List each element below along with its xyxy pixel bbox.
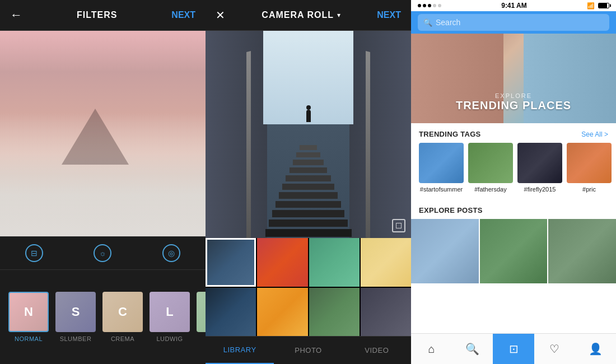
wifi-icon: 📶 bbox=[587, 2, 595, 10]
filter-letter-normal: N bbox=[24, 305, 33, 319]
stairs-container bbox=[265, 145, 351, 238]
stair-step bbox=[300, 145, 317, 150]
filter-item-slumber[interactable]: S SLUMBER bbox=[55, 292, 96, 342]
grid-cell-1[interactable] bbox=[206, 238, 256, 287]
search-placeholder-text: Search bbox=[436, 18, 460, 27]
filter-item-aden[interactable]: A ADEN bbox=[197, 292, 206, 342]
expand-inner-box bbox=[396, 223, 402, 228]
chevron-down-icon: ▾ bbox=[337, 11, 340, 19]
search-nav-icon: 🔍 bbox=[465, 342, 479, 356]
status-time: 9:41 AM bbox=[501, 2, 527, 10]
tab-library[interactable]: LIBRARY bbox=[206, 337, 274, 364]
explore-panel: 9:41 AM 📶 🔍 Search EXPLORE TRENDING PLAC… bbox=[411, 0, 616, 364]
stair-step bbox=[296, 152, 320, 157]
tag-label-4: #pric bbox=[582, 186, 596, 193]
filter-thumb-normal: N bbox=[8, 292, 49, 332]
nav-home[interactable]: ⌂ bbox=[411, 334, 452, 364]
stair-step bbox=[272, 210, 344, 217]
nav-profile[interactable]: 👤 bbox=[575, 334, 616, 364]
grid-cell-7[interactable] bbox=[309, 288, 360, 337]
railing-left bbox=[246, 51, 251, 238]
tag-item-3[interactable]: #firefly2015 bbox=[517, 143, 562, 193]
lux-tool-button[interactable]: ◎ bbox=[162, 244, 180, 262]
filter-item-ludwig[interactable]: L LUDWIG bbox=[150, 292, 190, 342]
hero-banner[interactable]: EXPLORE TRENDING PLACES bbox=[411, 34, 616, 123]
nav-camera[interactable]: ⊡ bbox=[493, 334, 534, 364]
tab-video[interactable]: VIDEO bbox=[343, 337, 411, 364]
tag-item-1[interactable]: #startofsummer bbox=[419, 143, 464, 193]
home-icon: ⌂ bbox=[428, 343, 435, 356]
grid-cell-6[interactable] bbox=[257, 288, 307, 337]
battery-fill bbox=[599, 3, 607, 8]
grid-cell-5[interactable] bbox=[206, 288, 256, 337]
status-battery-area: 📶 bbox=[587, 2, 609, 10]
adjust-tool-button[interactable]: ⊟ bbox=[25, 244, 43, 262]
grid-cell-3[interactable] bbox=[309, 238, 360, 287]
tag-label-3: #firefly2015 bbox=[524, 186, 556, 193]
tag-thumb-4 bbox=[567, 143, 612, 183]
camera-roll-next-button[interactable]: NEXT bbox=[377, 10, 401, 20]
signal-dot-4 bbox=[433, 4, 436, 7]
filter-thumb-aden: A bbox=[197, 292, 206, 332]
nav-search[interactable]: 🔍 bbox=[452, 334, 493, 364]
explore-posts-grid bbox=[411, 219, 616, 284]
filter-strip: N NORMAL S SLUMBER C CREMA L LUDWIG A bbox=[0, 270, 206, 364]
grid-cell-8[interactable] bbox=[361, 288, 411, 337]
tab-photo[interactable]: PHOTO bbox=[274, 337, 342, 364]
explore-content: EXPLORE TRENDING PLACES TRENDING TAGS Se… bbox=[411, 34, 616, 333]
filter-thumb-crema: C bbox=[102, 292, 143, 332]
bottom-tabs: LIBRARY PHOTO VIDEO bbox=[206, 336, 411, 364]
railing-right bbox=[366, 51, 370, 238]
close-button[interactable]: ✕ bbox=[216, 8, 225, 22]
tag-label-2: #fathersday bbox=[474, 186, 506, 193]
camera-roll-panel: ✕ CAMERA ROLL ▾ NEXT bbox=[206, 0, 411, 364]
filter-thumb-ludwig: L bbox=[150, 292, 190, 332]
photo-thumbnail-grid bbox=[206, 238, 411, 336]
filter-letter-ludwig: L bbox=[166, 305, 173, 319]
stair-step bbox=[282, 184, 334, 190]
brightness-tool-button[interactable]: ☼ bbox=[94, 244, 111, 262]
wall-right bbox=[349, 31, 411, 238]
post-cell-3[interactable] bbox=[548, 219, 616, 283]
post-cell-1[interactable] bbox=[411, 219, 479, 283]
staircase-image bbox=[206, 31, 411, 238]
filter-photo-preview bbox=[0, 31, 206, 236]
hero-text-overlay: EXPLORE TRENDING PLACES bbox=[411, 92, 616, 112]
heart-icon: ♡ bbox=[549, 342, 559, 356]
nav-heart[interactable]: ♡ bbox=[534, 334, 575, 364]
camera-roll-topbar: ✕ CAMERA ROLL ▾ NEXT bbox=[206, 0, 411, 31]
filter-item-crema[interactable]: C CREMA bbox=[102, 292, 143, 342]
tags-row: #startofsummer #fathersday #firefly2015 … bbox=[411, 143, 616, 199]
stair-step bbox=[290, 167, 328, 173]
grid-cell-2[interactable] bbox=[257, 238, 307, 287]
camera-roll-title: CAMERA ROLL bbox=[262, 10, 334, 20]
filter-letter-slumber: S bbox=[72, 305, 80, 319]
filter-letter-crema: C bbox=[118, 305, 127, 319]
filter-label-crema: CREMA bbox=[111, 335, 134, 342]
search-input-container[interactable]: 🔍 Search bbox=[418, 14, 609, 31]
filter-label-slumber: SLUMBER bbox=[60, 335, 92, 342]
stair-step bbox=[293, 160, 324, 165]
tag-thumb-2 bbox=[468, 143, 513, 183]
tag-item-2[interactable]: #fathersday bbox=[468, 143, 513, 193]
stair-step bbox=[276, 201, 341, 208]
back-button[interactable]: ← bbox=[10, 8, 22, 22]
filter-item-normal[interactable]: N NORMAL bbox=[8, 292, 49, 342]
see-all-button[interactable]: See All > bbox=[581, 130, 608, 138]
tag-item-4[interactable]: #pric bbox=[567, 143, 612, 193]
signal-dot-2 bbox=[423, 4, 426, 7]
explore-posts-title: EXPLORE POSTS bbox=[419, 206, 483, 214]
stair-step bbox=[265, 229, 351, 237]
expand-icon[interactable] bbox=[392, 219, 405, 232]
filter-thumb-slumber: S bbox=[55, 292, 96, 332]
filters-next-button[interactable]: NEXT bbox=[171, 10, 195, 20]
battery-icon bbox=[598, 3, 609, 8]
filter-label-normal: NORMAL bbox=[15, 335, 43, 342]
tools-bar: ⊟ ☼ ◎ bbox=[0, 236, 206, 270]
post-cell-2[interactable] bbox=[480, 219, 548, 283]
search-icon: 🔍 bbox=[423, 18, 432, 27]
grid-cell-4[interactable] bbox=[361, 238, 411, 287]
signal-dot-5 bbox=[438, 4, 441, 7]
tag-thumb-1 bbox=[419, 143, 464, 183]
camera-roll-title-area[interactable]: CAMERA ROLL ▾ bbox=[262, 10, 340, 20]
